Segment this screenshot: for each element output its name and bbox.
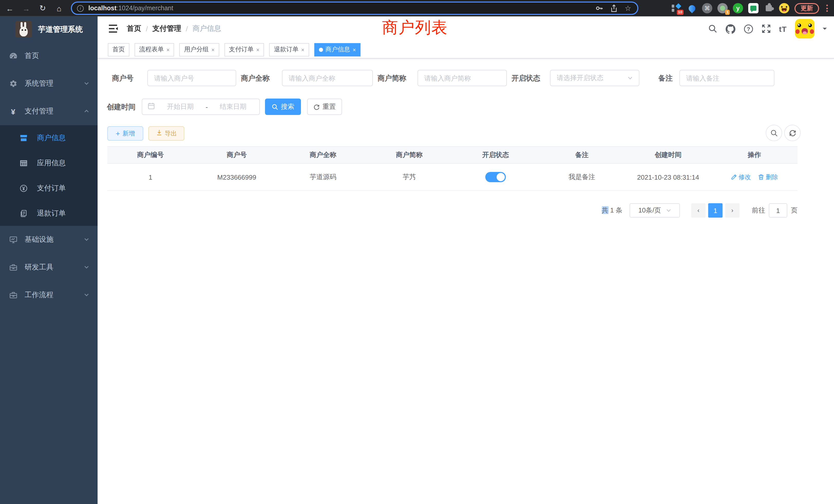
goto-page-input[interactable]	[769, 203, 787, 217]
reset-button[interactable]: 重置	[307, 98, 342, 115]
sidebar-item-label: 首页	[25, 51, 39, 61]
cell-created-at: 2021-10-23 08:31:14	[625, 173, 711, 181]
show-search-toggle-button[interactable]	[766, 125, 782, 141]
page-1-button[interactable]: 1	[708, 203, 723, 217]
calendar-icon	[147, 102, 155, 111]
browser-chrome: ← → ↻ ⌂ i localhost:1024/pay/merchant ☆	[0, 0, 834, 17]
add-button[interactable]: + 新增	[107, 126, 143, 141]
search-button[interactable]: 搜索	[265, 98, 301, 115]
address-bar[interactable]: i localhost:1024/pay/merchant ☆	[71, 2, 638, 15]
header-search-icon[interactable]	[708, 24, 718, 33]
status-select[interactable]: 请选择开启状态	[550, 70, 639, 86]
bookmark-star-icon[interactable]: ☆	[625, 5, 631, 12]
sidebar-submenu-pay: 商户信息 应用信息	[0, 125, 97, 226]
sidebar-item-workflow[interactable]: 工作流程	[0, 281, 97, 309]
y-extension-icon[interactable]: y	[733, 3, 743, 13]
sidebar-item-home[interactable]: 首页	[0, 42, 97, 70]
logo[interactable]: 芋道管理系统	[0, 17, 97, 42]
breadcrumb-pay[interactable]: 支付管理	[153, 24, 181, 33]
merchant-no-label: 商户号	[103, 70, 133, 86]
full-name-input[interactable]	[282, 70, 373, 86]
sidebar-item-label: 支付管理	[25, 107, 53, 116]
document-icon	[19, 209, 28, 217]
sidebar-item-system[interactable]: 系统管理	[0, 70, 97, 97]
map-pin-extension-icon[interactable]	[687, 3, 697, 13]
command-extension-icon[interactable]: ⌘	[702, 3, 712, 13]
font-size-icon[interactable]: tT	[779, 24, 787, 33]
pagination: 共 1 条 10条/页 ‹ 1 › 前往 页	[601, 203, 797, 217]
merchant-no-input[interactable]	[147, 70, 236, 86]
password-key-icon[interactable]	[595, 4, 604, 12]
create-time-range-picker[interactable]: 开始日期 - 结束日期	[142, 98, 260, 115]
tag-merchant-info-active[interactable]: 商户信息×	[314, 43, 361, 56]
github-icon[interactable]	[726, 24, 736, 33]
col-merchant-no: 商户号	[194, 151, 280, 160]
sidebar-collapse-icon[interactable]	[109, 24, 119, 33]
breadcrumb-home[interactable]: 首页	[127, 24, 141, 33]
sidebar-item-infrastructure[interactable]: 基础设施	[0, 226, 97, 254]
prev-page-button[interactable]: ‹	[691, 203, 706, 217]
sidebar-item-pay[interactable]: ¥ 支付管理	[0, 97, 97, 125]
browser-menu-icon[interactable]	[824, 5, 830, 12]
export-button[interactable]: 导出	[148, 126, 184, 141]
sidebar-item-pay-order[interactable]: 支付订单	[0, 176, 97, 201]
status-extension-icon[interactable]: 1	[718, 3, 728, 13]
profile-avatar[interactable]	[779, 3, 789, 13]
tag-user-group[interactable]: 用户分组×	[179, 43, 219, 56]
sidebar-item-app-info[interactable]: 应用信息	[0, 151, 97, 176]
cell-short-name: 芋艿	[366, 173, 453, 182]
sidebar-item-label: 应用信息	[37, 158, 66, 167]
browser-back-button[interactable]: ←	[5, 4, 14, 13]
monitor-chart-icon	[9, 235, 18, 244]
date-separator: -	[206, 103, 208, 111]
page-size-select[interactable]: 10条/页	[630, 203, 680, 217]
browser-home-button[interactable]: ⌂	[54, 4, 64, 13]
help-icon[interactable]: ?	[744, 24, 753, 33]
remark-input[interactable]	[679, 70, 774, 86]
browser-forward-button[interactable]: →	[22, 4, 31, 13]
col-actions: 操作	[711, 151, 797, 160]
next-page-button[interactable]: ›	[725, 203, 740, 217]
chrome-update-button[interactable]: 更新	[794, 3, 819, 14]
active-dot	[319, 47, 323, 51]
chat-extension-icon[interactable]	[748, 3, 759, 13]
sidebar-item-label: 商户信息	[37, 133, 66, 142]
tag-home[interactable]: 首页	[108, 43, 129, 56]
refresh-table-button[interactable]	[784, 125, 800, 141]
sidebar-item-dev-tools[interactable]: 研发工具	[0, 254, 97, 281]
annotation-title: 商户列表	[382, 17, 448, 39]
sidebar-extension-icon[interactable]: 10	[671, 3, 681, 13]
extensions-puzzle-icon[interactable]	[764, 3, 774, 13]
sidebar-item-label: 基础设施	[25, 235, 53, 244]
tag-refund-order[interactable]: 退款订单×	[269, 43, 309, 56]
share-icon[interactable]	[610, 4, 618, 12]
edit-link[interactable]: 修改	[731, 173, 751, 181]
tag-pay-order[interactable]: 支付订单×	[224, 43, 264, 56]
cell-actions: 修改 删除	[711, 173, 797, 181]
sidebar-item-label: 工作流程	[25, 291, 53, 300]
tags-view-bar: 首页 流程表单× 用户分组× 支付订单× 退款订单× 商户信息×	[97, 41, 834, 59]
close-icon[interactable]: ×	[167, 46, 170, 53]
sidebar-item-merchant-info[interactable]: 商户信息	[0, 125, 97, 151]
page-unit-label: 页	[791, 206, 797, 215]
page-content: 商户号 商户全称 商户简称 开启状态 请选择开启状态	[97, 59, 834, 504]
close-icon[interactable]: ×	[211, 46, 215, 53]
sidebar-item-label: 系统管理	[25, 79, 53, 88]
delete-link[interactable]: 删除	[758, 173, 778, 181]
user-avatar[interactable]	[795, 19, 814, 39]
status-label: 开启状态	[510, 70, 540, 86]
app-title: 芋道管理系统	[38, 24, 83, 34]
close-icon[interactable]: ×	[301, 46, 305, 53]
yen-circle-icon	[19, 184, 28, 192]
tag-flow-form[interactable]: 流程表单×	[135, 43, 174, 56]
browser-reload-button[interactable]: ↻	[38, 4, 47, 13]
fullscreen-icon[interactable]	[762, 24, 771, 33]
status-toggle-on[interactable]	[485, 172, 506, 182]
close-icon[interactable]: ×	[353, 46, 356, 53]
site-info-icon[interactable]: i	[77, 5, 84, 12]
sidebar-item-refund-order[interactable]: 退款订单	[0, 201, 97, 226]
close-icon[interactable]: ×	[256, 46, 260, 53]
toolbox-icon	[9, 263, 18, 272]
user-menu-caret-icon[interactable]	[823, 28, 827, 32]
short-name-input[interactable]	[418, 70, 507, 86]
